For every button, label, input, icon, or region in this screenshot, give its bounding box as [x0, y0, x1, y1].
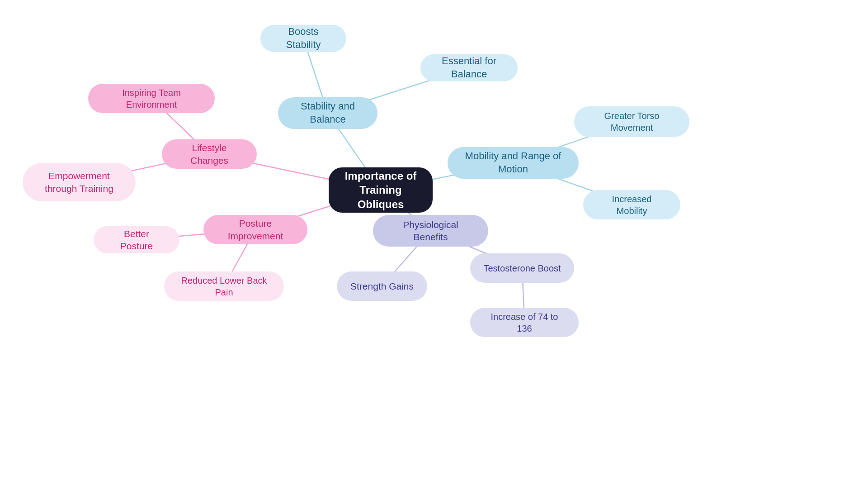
physiological-benefits-label: Physiological Benefits: [386, 219, 476, 243]
physiological-benefits-node: Physiological Benefits: [373, 215, 488, 247]
empowerment-node: Empowerment through Training: [23, 163, 136, 201]
stability-balance-label: Stability and Balance: [291, 100, 365, 126]
reduced-back-pain-label: Reduced Lower Back Pain: [177, 275, 271, 298]
greater-torso-node: Greater Torso Movement: [574, 106, 689, 137]
reduced-back-pain-node: Reduced Lower Back Pain: [164, 271, 284, 301]
increased-mobility-node: Increased Mobility: [583, 190, 680, 219]
better-posture-node: Better Posture: [94, 226, 179, 253]
boosts-stability-node: Boosts Stability: [260, 25, 346, 52]
strength-gains-label: Strength Gains: [350, 280, 414, 292]
better-posture-label: Better Posture: [106, 228, 167, 252]
lifestyle-changes-node: Lifestyle Changes: [162, 139, 257, 169]
lifestyle-changes-label: Lifestyle Changes: [175, 142, 244, 167]
posture-improvement-node: Posture Improvement: [203, 215, 307, 244]
inspiring-team-node: Inspiring Team Environment: [88, 84, 215, 113]
testosterone-boost-label: Testosterone Boost: [483, 262, 561, 274]
inspiring-team-label: Inspiring Team Environment: [101, 87, 202, 110]
center-node: Importance of Training Obliques: [329, 167, 433, 213]
increase74-node: Increase of 74 to 136: [470, 308, 579, 337]
posture-improvement-label: Posture Improvement: [216, 217, 295, 242]
boosts-stability-label: Boosts Stability: [273, 25, 334, 51]
essential-balance-label: Essential for Balance: [433, 55, 505, 81]
mobility-range-label: Mobility and Range of Motion: [460, 150, 566, 176]
stability-balance-node: Stability and Balance: [278, 97, 377, 129]
center-label: Importance of Training Obliques: [341, 169, 420, 211]
mobility-range-node: Mobility and Range of Motion: [448, 147, 579, 179]
empowerment-label: Empowerment through Training: [35, 170, 123, 195]
greater-torso-label: Greater Torso Movement: [587, 110, 677, 133]
testosterone-boost-node: Testosterone Boost: [470, 253, 574, 283]
essential-balance-node: Essential for Balance: [420, 54, 518, 81]
strength-gains-node: Strength Gains: [337, 271, 427, 301]
increased-mobility-label: Increased Mobility: [596, 193, 668, 217]
increase74-label: Increase of 74 to 136: [483, 311, 566, 334]
